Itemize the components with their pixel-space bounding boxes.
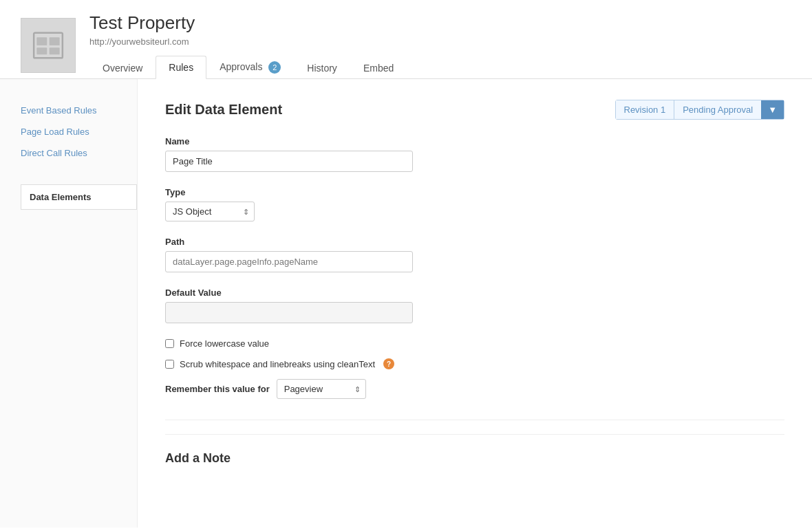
edit-data-element-form: Name Type JS Object Path Default Value [165, 136, 784, 466]
type-label: Type [165, 187, 784, 197]
form-group-default-value: Default Value [165, 288, 784, 323]
tab-overview[interactable]: Overview [89, 56, 156, 79]
name-input[interactable] [165, 151, 413, 172]
property-logo [21, 18, 76, 73]
property-logo-icon [31, 28, 65, 63]
add-note-heading: Add a Note [165, 434, 784, 466]
svg-rect-2 [50, 37, 60, 45]
tab-bar: Overview Rules Approvals 2 History Embed [89, 55, 791, 78]
force-lowercase-group: Force lowercase value [165, 338, 784, 349]
path-input[interactable] [165, 251, 413, 272]
tab-approvals[interactable]: Approvals 2 [206, 55, 294, 79]
scrub-whitespace-label: Scrub whitespace and linebreaks using cl… [180, 359, 375, 369]
sidebar-item-page-load-rules[interactable]: Page Load Rules [21, 121, 137, 142]
content-area: Edit Data Element Revision 1 Pending App… [138, 79, 812, 528]
property-info: Test Property http://yourwebsiteurl.com … [89, 12, 791, 78]
remember-select[interactable]: Pageview Session Visitor [277, 379, 366, 399]
sidebar-section-data-elements: Data Elements [21, 184, 137, 210]
top-header: Test Property http://yourwebsiteurl.com … [0, 0, 812, 79]
property-title: Test Property [89, 12, 791, 34]
form-group-path: Path [165, 237, 784, 272]
form-group-type: Type JS Object [165, 187, 784, 221]
svg-rect-1 [36, 37, 47, 45]
sidebar-data-elements-label[interactable]: Data Elements [21, 184, 137, 210]
form-divider [165, 420, 784, 420]
revision-label: Revision 1 [616, 100, 675, 119]
sidebar-item-event-based-rules[interactable]: Event Based Rules [21, 100, 137, 121]
default-value-label: Default Value [165, 288, 784, 298]
default-value-input[interactable] [165, 302, 413, 323]
remember-label: Remember this value for [165, 384, 270, 394]
content-header: Edit Data Element Revision 1 Pending App… [165, 100, 784, 120]
revision-bar: Revision 1 Pending Approval ▼ [615, 100, 785, 120]
tab-history[interactable]: History [294, 56, 350, 79]
revision-dropdown-button[interactable]: ▼ [761, 100, 784, 119]
type-select[interactable]: JS Object [165, 202, 255, 221]
sidebar-item-direct-call-rules[interactable]: Direct Call Rules [21, 142, 137, 164]
force-lowercase-checkbox[interactable] [165, 339, 174, 348]
remember-select-wrapper: Pageview Session Visitor [277, 379, 366, 399]
type-select-wrapper: JS Object [165, 202, 255, 221]
scrub-whitespace-help-icon[interactable]: ? [383, 358, 394, 369]
remember-value-row: Remember this value for Pageview Session… [165, 379, 784, 399]
main-layout: Event Based Rules Page Load Rules Direct… [0, 79, 812, 528]
force-lowercase-label: Force lowercase value [180, 338, 269, 349]
approval-label: Pending Approval [674, 100, 761, 119]
tab-embed[interactable]: Embed [350, 56, 407, 79]
form-group-name: Name [165, 136, 784, 172]
property-url: http://yourwebsiteurl.com [89, 36, 791, 47]
name-label: Name [165, 136, 784, 147]
approvals-badge: 2 [268, 61, 281, 74]
scrub-whitespace-checkbox[interactable] [165, 360, 174, 369]
tab-rules[interactable]: Rules [156, 56, 206, 79]
path-label: Path [165, 237, 784, 247]
scrub-whitespace-group: Scrub whitespace and linebreaks using cl… [165, 358, 784, 369]
page-heading: Edit Data Element [165, 102, 282, 118]
svg-rect-4 [50, 47, 60, 54]
sidebar: Event Based Rules Page Load Rules Direct… [0, 79, 138, 528]
svg-rect-3 [36, 47, 47, 54]
